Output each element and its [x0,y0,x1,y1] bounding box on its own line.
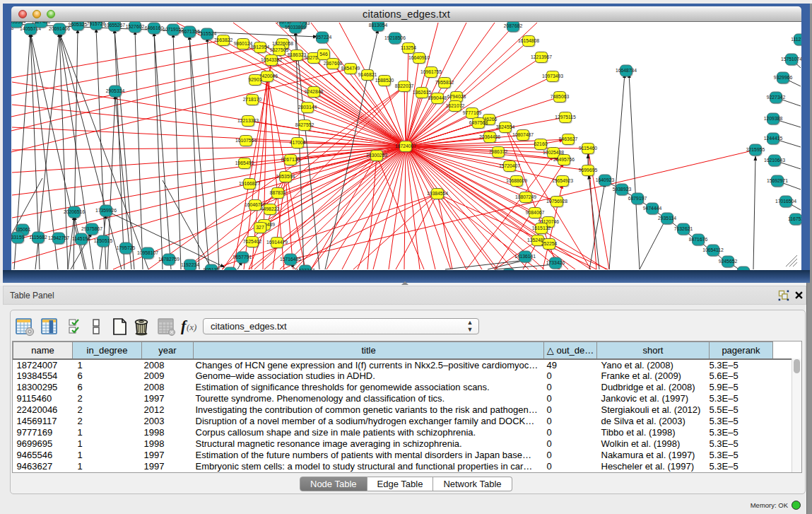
svg-text:9860124: 9860124 [234,41,253,46]
svg-text:15692971: 15692971 [767,178,788,183]
svg-text:8995304: 8995304 [11,22,25,24]
svg-text:20691406: 20691406 [49,26,70,31]
svg-text:10688609: 10688609 [506,178,527,183]
svg-text:1640923: 1640923 [596,177,615,182]
svg-text:6466160: 6466160 [145,25,164,30]
svg-text:9084067: 9084067 [526,210,545,215]
svg-text:3824554: 3824554 [496,124,515,129]
svg-text:1795725: 1795725 [117,245,136,250]
svg-text:7955812: 7955812 [435,80,454,85]
svg-text:92901: 92901 [249,77,262,82]
svg-text:8427552: 8427552 [295,122,314,127]
svg-text:7986372: 7986372 [489,149,508,154]
svg-text:9474444: 9474444 [643,206,662,211]
svg-text:8813054: 8813054 [369,23,388,28]
svg-text:6794028: 6794028 [447,94,466,99]
svg-text:19218506: 19218506 [384,35,406,40]
svg-text:20364436: 20364436 [479,134,500,139]
svg-text:7625402: 7625402 [243,239,262,244]
svg-text:12942757: 12942757 [48,235,69,240]
svg-text:18724007: 18724007 [395,144,416,148]
svg-text:7663822: 7663822 [214,37,233,42]
svg-text:7515524: 7515524 [198,31,217,36]
svg-text:10655267: 10655267 [104,23,125,28]
svg-text:887833: 887833 [270,190,286,195]
svg-text:203325: 203325 [223,270,239,271]
svg-text:5938923: 5938923 [613,187,632,192]
svg-text:4498222: 4498222 [261,206,280,211]
svg-text:1615132: 1615132 [532,226,551,230]
svg-text:12213967: 12213967 [531,54,552,59]
svg-text:9146821: 9146821 [358,72,377,77]
svg-text:1733426: 1733426 [546,260,565,265]
svg-text:12975115: 12975115 [555,115,576,119]
svg-text:2935114: 2935114 [658,216,676,221]
svg-text:9227342: 9227342 [767,95,786,100]
svg-text:15720407: 15720407 [499,163,520,168]
svg-text:16648784: 16648784 [616,68,637,73]
svg-text:9242848: 9242848 [305,89,324,94]
svg-text:9657791: 9657791 [233,255,252,259]
svg-text:8186323: 8186323 [288,52,307,57]
svg-text:9605325: 9605325 [69,22,88,27]
svg-text:19654923: 19654923 [552,178,573,183]
svg-text:3215955: 3215955 [746,147,765,152]
svg-text:16033809: 16033809 [285,25,306,30]
svg-text:1192234: 1192234 [181,262,199,267]
svg-text:16640910: 16640910 [408,55,430,60]
svg-text:10756928: 10756928 [546,199,567,204]
svg-text:6497568: 6497568 [469,120,488,125]
svg-text:16107554: 16107554 [235,138,257,143]
svg-text:9329966: 9329966 [774,75,793,80]
svg-text:1621072: 1621072 [446,103,465,108]
svg-text:7915726: 7915726 [87,22,106,26]
svg-text:19384554: 19384554 [427,191,448,196]
svg-text:2803144: 2803144 [298,105,317,110]
svg-text:16961755: 16961755 [420,69,442,74]
svg-text:16543382: 16543382 [261,57,282,62]
svg-text:2367608: 2367608 [324,61,343,66]
svg-text:9777169: 9777169 [463,110,482,115]
svg-text:(x): (x) [187,322,196,332]
svg-text:33159: 33159 [11,235,25,240]
svg-text:29375867: 29375867 [81,226,102,231]
svg-text:1250515: 1250515 [94,238,113,243]
svg-text:1112753: 1112753 [791,37,801,42]
svg-text:252254: 252254 [541,241,558,246]
svg-text:2718170: 2718170 [243,97,262,102]
svg-text:26495756: 26495756 [553,157,575,162]
svg-text:7632621: 7632621 [674,226,693,231]
svg-text:7357224: 7357224 [313,35,332,40]
svg-text:9327505: 9327505 [270,47,289,52]
svg-text:8267130: 8267130 [281,157,300,162]
svg-text:2087682: 2087682 [504,23,523,28]
svg-text:12213383: 12213383 [237,118,259,123]
svg-text:17359926: 17359926 [95,208,117,213]
svg-text:1527602: 1527602 [126,24,145,29]
svg-text:9699695: 9699695 [579,168,598,173]
svg-text:9115460: 9115460 [579,146,597,151]
svg-text:6879197: 6879197 [628,196,647,201]
svg-text:10807487: 10807487 [512,132,534,137]
svg-text:1362615: 1362615 [413,90,432,95]
svg-text:113254: 113254 [401,45,416,50]
svg-text:1115682: 1115682 [29,235,47,240]
svg-text:546: 546 [319,52,328,57]
svg-text:16154808: 16154808 [518,38,539,43]
svg-text:327: 327 [256,225,264,230]
svg-text:10025438: 10025438 [543,150,564,155]
svg-text:116753: 116753 [788,216,801,221]
svg-text:16782759: 16782759 [158,257,180,262]
svg-text:14136141: 14136141 [514,254,536,259]
svg-text:1209388: 1209388 [764,116,783,121]
svg-text:435061: 435061 [15,227,31,232]
svg-text:1353594: 1353594 [276,174,295,179]
svg-text:1145194: 1145194 [72,236,90,241]
svg-text:1244415: 1244415 [764,136,783,141]
svg-text:8322037: 8322037 [395,83,414,88]
svg-text:15751074: 15751074 [781,57,801,62]
svg-text:20206516: 20206516 [64,209,85,214]
svg-text:10958107: 10958107 [137,250,158,255]
svg-text:8454749: 8454749 [341,66,360,71]
svg-text:8471676: 8471676 [689,237,708,242]
